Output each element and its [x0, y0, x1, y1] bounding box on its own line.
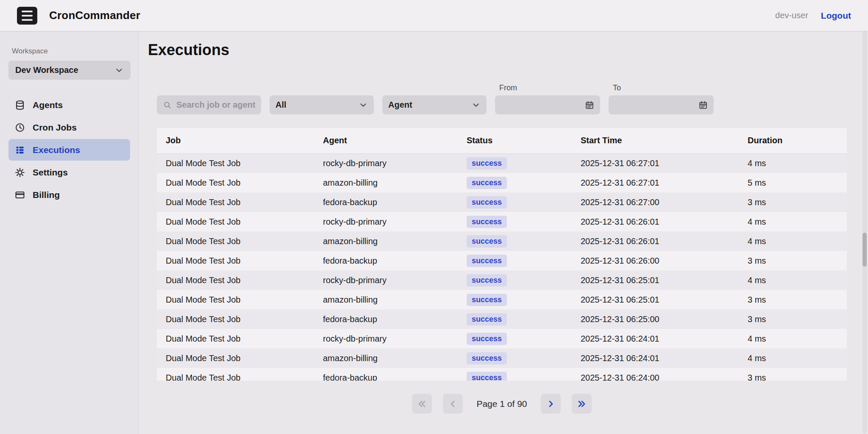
table-row[interactable]: Dual Mode Test Jobfedora-backupsuccess20… [157, 309, 847, 329]
status-badge: success [467, 216, 507, 228]
executions-table-body: Dual Mode Test Jobrocky-db-primarysucces… [157, 153, 847, 381]
chevron-down-icon [471, 100, 481, 110]
cell-start-time: 2025-12-31 06:26:00 [572, 251, 739, 270]
topbar-right: dev-user Logout [775, 11, 851, 21]
executions-table: JobAgentStatusStart TimeDuration Dual Mo… [157, 128, 847, 381]
sidebar-item-settings[interactable]: Settings [8, 161, 130, 183]
table-row[interactable]: Dual Mode Test Jobfedora-backupsuccess20… [157, 368, 847, 381]
cell-agent: amazon-billing [314, 348, 458, 368]
list-icon [15, 145, 25, 155]
cell-duration: 4 ms [739, 329, 847, 348]
to-date-field [609, 95, 714, 114]
column-header-start-time: Start Time [572, 128, 739, 153]
cell-duration: 3 ms [739, 192, 847, 212]
cell-start-time: 2025-12-31 06:25:01 [572, 290, 739, 309]
status-badge: success [467, 255, 507, 267]
chevron-down-icon [114, 66, 124, 75]
username: dev-user [775, 11, 808, 20]
to-date-input[interactable] [615, 100, 698, 110]
sidebar-item-label: Settings [33, 167, 68, 178]
sidebar-item-label: Executions [33, 145, 80, 155]
target-filter-select[interactable]: Agent [382, 95, 487, 114]
page-indicator: Page 1 of 90 [476, 399, 527, 409]
table-row[interactable]: Dual Mode Test Jobamazon-billingsuccess2… [157, 348, 847, 368]
status-badge: success [467, 313, 507, 326]
cell-status: success [458, 290, 572, 309]
cell-start-time: 2025-12-31 06:24:01 [572, 329, 739, 348]
sidebar-item-executions[interactable]: Executions [8, 139, 130, 161]
status-badge: success [467, 157, 507, 170]
cell-job: Dual Mode Test Job [157, 192, 314, 212]
cell-status: success [458, 173, 572, 192]
cell-agent: fedora-backup [314, 251, 458, 270]
workspace-selected-value: Dev Workspace [15, 65, 78, 75]
cell-agent: amazon-billing [314, 231, 458, 251]
table-row[interactable]: Dual Mode Test Jobrocky-db-primarysucces… [157, 329, 847, 348]
next-page-button[interactable] [541, 394, 561, 414]
cell-duration: 3 ms [739, 309, 847, 329]
page-title: Executions [148, 41, 868, 59]
table-row[interactable]: Dual Mode Test Jobamazon-billingsuccess2… [157, 231, 847, 251]
database-icon [15, 100, 25, 110]
cell-job: Dual Mode Test Job [157, 251, 314, 270]
cell-status: success [458, 192, 572, 212]
last-page-button[interactable] [572, 394, 592, 414]
cell-status: success [458, 231, 572, 251]
scrollbar-thumb[interactable] [862, 233, 867, 267]
first-page-button[interactable] [412, 394, 432, 414]
column-header-agent: Agent [314, 128, 458, 153]
status-filter-select[interactable]: All [270, 95, 374, 114]
status-badge: success [467, 196, 507, 209]
cell-start-time: 2025-12-31 06:26:01 [572, 212, 739, 231]
table-row[interactable]: Dual Mode Test Jobrocky-db-primarysucces… [157, 270, 847, 290]
status-badge: success [467, 372, 507, 381]
cell-job: Dual Mode Test Job [157, 329, 314, 348]
table-row[interactable]: Dual Mode Test Jobrocky-db-primarysucces… [157, 212, 847, 231]
workspace-select[interactable]: Dev Workspace [8, 61, 131, 80]
cell-agent: amazon-billing [314, 173, 458, 192]
cell-job: Dual Mode Test Job [157, 212, 314, 231]
cell-job: Dual Mode Test Job [157, 348, 314, 368]
calendar-icon[interactable] [698, 100, 708, 110]
status-badge: success [467, 274, 507, 287]
cell-start-time: 2025-12-31 06:24:01 [572, 348, 739, 368]
table-row[interactable]: Dual Mode Test Jobrocky-db-primarysucces… [157, 153, 847, 173]
from-date-group: From [495, 83, 600, 114]
cell-agent: fedora-backup [314, 192, 458, 212]
cell-status: success [458, 251, 572, 270]
cell-job: Dual Mode Test Job [157, 270, 314, 290]
cell-status: success [458, 153, 572, 173]
cell-status: success [458, 212, 572, 231]
to-label: To [613, 83, 714, 92]
cell-agent: amazon-billing [314, 290, 458, 309]
logout-link[interactable]: Logout [821, 11, 851, 21]
cell-duration: 4 ms [739, 231, 847, 251]
cell-start-time: 2025-12-31 06:25:01 [572, 270, 739, 290]
table-row[interactable]: Dual Mode Test Jobamazon-billingsuccess2… [157, 290, 847, 309]
status-badge: success [467, 352, 507, 364]
previous-page-button[interactable] [443, 394, 463, 414]
cell-start-time: 2025-12-31 06:27:01 [572, 153, 739, 173]
filters-bar: All Agent From To [157, 83, 868, 114]
table-row[interactable]: Dual Mode Test Jobfedora-backupsuccess20… [157, 192, 847, 212]
cell-duration: 5 ms [739, 173, 847, 192]
sidebar-item-agents[interactable]: Agents [8, 94, 130, 116]
cell-duration: 4 ms [739, 153, 847, 173]
menu-button[interactable] [17, 7, 37, 25]
target-filter-value: Agent [388, 100, 412, 110]
sidebar-item-label: Agents [33, 100, 63, 110]
from-date-field [495, 95, 600, 114]
cell-status: success [458, 368, 572, 381]
sidebar-item-label: Cron Jobs [33, 122, 77, 133]
from-date-input[interactable] [501, 100, 585, 110]
sidebar-item-billing[interactable]: Billing [8, 184, 130, 206]
table-header-row: JobAgentStatusStart TimeDuration [157, 128, 847, 153]
gear-icon [15, 167, 25, 178]
search-input[interactable] [176, 100, 255, 110]
table-row[interactable]: Dual Mode Test Jobamazon-billingsuccess2… [157, 173, 847, 192]
status-badge: success [467, 235, 507, 248]
cell-duration: 4 ms [739, 270, 847, 290]
sidebar-item-cron-jobs[interactable]: Cron Jobs [8, 117, 130, 138]
table-row[interactable]: Dual Mode Test Jobfedora-backupsuccess20… [157, 251, 847, 270]
calendar-icon[interactable] [585, 100, 594, 110]
